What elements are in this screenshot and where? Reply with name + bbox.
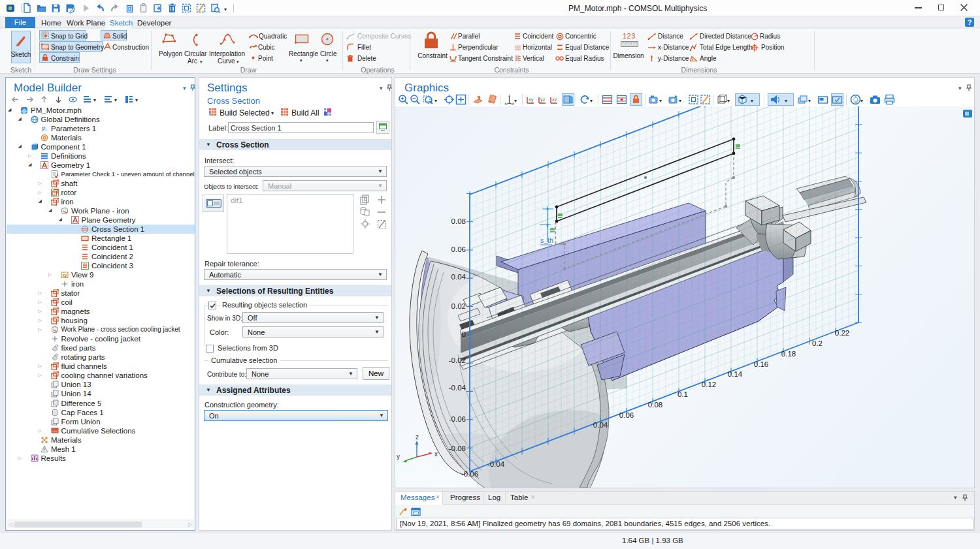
svg-text:-0.04: -0.04 bbox=[449, 384, 466, 392]
svg-text:-0.08: -0.08 bbox=[449, 445, 466, 452]
svg-text:0: 0 bbox=[462, 330, 466, 338]
svg-text:-0.04: -0.04 bbox=[487, 460, 505, 468]
svg-text:xy: xy bbox=[529, 97, 534, 102]
svg-text:0.04: 0.04 bbox=[451, 273, 466, 281]
svg-text:0.18: 0.18 bbox=[781, 350, 796, 358]
svg-text:0.04: 0.04 bbox=[593, 421, 608, 429]
svg-text:x: x bbox=[434, 450, 438, 458]
svg-text:yz: yz bbox=[540, 97, 546, 102]
svg-text:Pi: Pi bbox=[42, 125, 47, 133]
svg-text:0.2: 0.2 bbox=[812, 339, 823, 347]
svg-text:xy: xy bbox=[63, 273, 68, 278]
svg-text:z: z bbox=[416, 433, 419, 441]
svg-text:xz: xz bbox=[552, 97, 557, 102]
svg-text:-0.02: -0.02 bbox=[449, 356, 466, 364]
svg-text:0.08: 0.08 bbox=[451, 217, 466, 225]
svg-text:-0.06: -0.06 bbox=[449, 415, 466, 423]
svg-text:0.16: 0.16 bbox=[754, 360, 768, 368]
svg-text:0.12: 0.12 bbox=[702, 381, 716, 388]
svg-text:-0.06: -0.06 bbox=[461, 470, 478, 478]
svg-text:0.22: 0.22 bbox=[835, 329, 849, 337]
svg-text:s_th: s_th bbox=[540, 236, 553, 244]
svg-text:0.06: 0.06 bbox=[451, 245, 466, 253]
svg-text:0.1: 0.1 bbox=[678, 390, 688, 398]
svg-text:y: y bbox=[397, 453, 400, 460]
svg-text:0.06: 0.06 bbox=[619, 411, 634, 419]
svg-text:0.14: 0.14 bbox=[728, 370, 743, 378]
svg-text:0.02: 0.02 bbox=[451, 302, 466, 310]
svg-text:0.08: 0.08 bbox=[648, 401, 662, 409]
